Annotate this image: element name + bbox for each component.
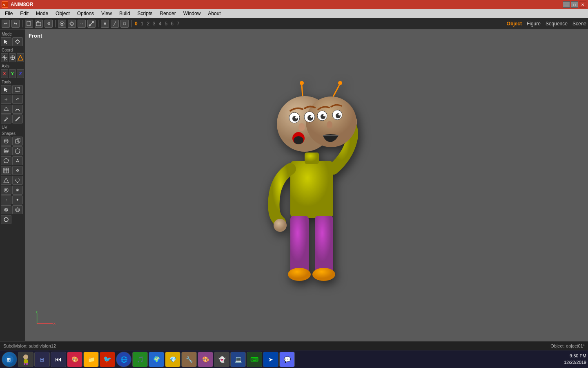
view-mode-object[interactable]: Object	[507, 21, 522, 27]
ring-btn[interactable]	[12, 205, 23, 214]
layer-7[interactable]: 7	[176, 21, 180, 27]
taskbar-files-btn[interactable]: 📁	[83, 352, 99, 367]
minimize-button[interactable]: —	[563, 1, 570, 8]
view-mode-scene[interactable]: Scene	[572, 21, 586, 27]
taskbar-matrix-btn[interactable]: ⌨	[247, 352, 262, 367]
redo-button[interactable]: ↪	[11, 20, 20, 28]
view-mode-btn[interactable]	[12, 37, 23, 46]
sphere-btn[interactable]	[1, 137, 11, 146]
taskbar-settings-btn[interactable]: 🔧	[181, 352, 197, 367]
knife-tool-btn[interactable]	[1, 114, 11, 123]
menu-bar: File Edit Mode Object Options View Build…	[0, 9, 588, 18]
svg-line-24	[16, 117, 20, 121]
taskbar-palette-btn[interactable]: 🎨	[198, 352, 213, 367]
line-tool[interactable]: ╱	[111, 20, 119, 28]
flower-btn[interactable]: ❀	[12, 186, 23, 195]
open-button[interactable]	[35, 20, 43, 28]
taskbar-nav-btn[interactable]: ➤	[263, 352, 278, 367]
new-button[interactable]	[25, 20, 33, 28]
connect-tool-btn[interactable]	[12, 105, 23, 114]
axis-y-btn[interactable]: Y	[9, 69, 16, 78]
menu-file[interactable]: File	[2, 10, 16, 17]
taskbar-game-btn[interactable]: 💎	[165, 352, 180, 367]
coord-global-btn[interactable]	[1, 53, 8, 62]
svg-rect-23	[16, 88, 20, 92]
cube-btn[interactable]	[12, 137, 23, 146]
gear-shape-btn[interactable]: ⚙	[12, 166, 23, 175]
svg-point-65	[310, 115, 313, 118]
layer-6[interactable]: 6	[170, 21, 174, 27]
undo-button[interactable]: ↩	[2, 20, 10, 28]
taskbar-paint-btn[interactable]: 🎨	[67, 352, 82, 367]
layer-0[interactable]: 0	[134, 21, 138, 27]
layer-5[interactable]: 5	[164, 21, 168, 27]
torus-btn[interactable]	[1, 186, 11, 195]
taskbar-character-icon[interactable]	[18, 352, 33, 367]
plane-tool-btn[interactable]	[1, 105, 11, 114]
scale-tool[interactable]: ↔	[78, 20, 86, 28]
arrow-shape-btn[interactable]: ↑	[1, 195, 11, 204]
cone-btn[interactable]	[1, 176, 11, 185]
bone-tool[interactable]	[87, 20, 96, 28]
maximize-button[interactable]: □	[571, 1, 578, 8]
svg-point-79	[327, 121, 332, 128]
arrow-tool-btn[interactable]	[1, 85, 11, 94]
taskbar-ghost-btn[interactable]: 👻	[214, 352, 229, 367]
line-tool-btn[interactable]	[12, 114, 23, 123]
rect-tool[interactable]: □	[120, 20, 129, 28]
menu-mode[interactable]: Mode	[33, 10, 51, 17]
rotate-tool[interactable]	[68, 20, 76, 28]
circle-btn[interactable]	[1, 215, 11, 224]
coord-local-btn[interactable]	[9, 53, 16, 62]
select-mode-btn[interactable]	[1, 37, 11, 46]
shapes-row-4: ⚙	[1, 166, 24, 175]
menu-object[interactable]: Object	[52, 10, 73, 17]
cylinder-btn[interactable]	[1, 146, 11, 155]
menu-edit[interactable]: Edit	[17, 10, 32, 17]
svg-point-11	[16, 40, 19, 43]
taskbar-browser-btn[interactable]: 🌐	[116, 352, 131, 367]
menu-render[interactable]: Render	[156, 10, 179, 17]
viewport[interactable]: Front	[25, 29, 588, 341]
axis-z-btn[interactable]: Z	[17, 69, 24, 78]
layer-2[interactable]: 2	[146, 21, 150, 27]
taskbar-globe-btn[interactable]: 🌍	[149, 352, 164, 367]
menu-build[interactable]: Build	[116, 10, 134, 17]
text-btn[interactable]: A	[12, 156, 23, 165]
layer-4[interactable]: 4	[158, 21, 163, 27]
taskbar-app3-btn[interactable]: 💻	[230, 352, 246, 367]
diamond-btn[interactable]	[12, 176, 23, 185]
grid-btn[interactable]	[1, 166, 11, 175]
align-tool[interactable]: ≡	[101, 20, 109, 28]
move-tool-btn[interactable]: ✛	[1, 95, 11, 104]
menu-view[interactable]: View	[98, 10, 115, 17]
svg-rect-40	[4, 168, 9, 173]
coord-screen-btn[interactable]	[17, 53, 24, 62]
settings-button[interactable]: ⚙	[45, 20, 53, 28]
box-select-btn[interactable]	[12, 85, 23, 94]
axis-x-btn[interactable]: X	[1, 69, 8, 78]
pentagon-btn[interactable]	[1, 156, 11, 165]
spline-btn[interactable]	[1, 205, 11, 214]
taskbar-media-btn[interactable]: ⏮	[51, 352, 66, 367]
menu-scripts[interactable]: Scripts	[134, 10, 156, 17]
taskbar-app1-btn[interactable]: 🐦	[100, 352, 115, 367]
close-button[interactable]: ✕	[579, 1, 586, 8]
select-tool[interactable]	[58, 20, 66, 28]
taskbar-windows-btn[interactable]: ⊞	[34, 352, 50, 367]
taskbar-discord-btn[interactable]: 💬	[279, 352, 295, 367]
layer-3[interactable]: 3	[152, 21, 156, 27]
start-button[interactable]: ⊞	[2, 352, 17, 367]
undo-tool-btn[interactable]: ↶	[12, 95, 23, 104]
view-mode-figure[interactable]: Figure	[527, 21, 541, 27]
view-mode-sequence[interactable]: Sequence	[546, 21, 568, 27]
gem-btn[interactable]	[12, 146, 23, 155]
menu-about[interactable]: About	[205, 10, 224, 17]
menu-options[interactable]: Options	[74, 10, 97, 17]
star-btn[interactable]: ✦	[12, 195, 23, 204]
svg-marker-35	[4, 158, 9, 163]
menu-window[interactable]: Window	[180, 10, 204, 17]
layer-1[interactable]: 1	[140, 21, 145, 27]
svg-text:X: X	[53, 322, 56, 325]
taskbar-music-btn[interactable]: 🎵	[132, 352, 148, 367]
